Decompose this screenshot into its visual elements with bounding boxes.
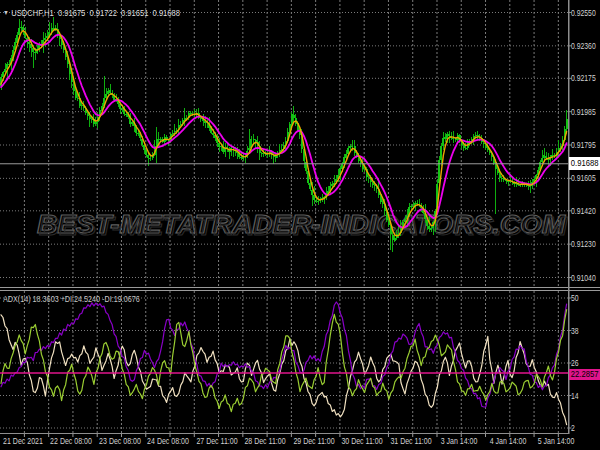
candle-body xyxy=(499,173,501,178)
candle-body xyxy=(34,52,36,53)
price-label: 0.91985 xyxy=(571,107,596,117)
indicator-label: 50 xyxy=(571,293,579,303)
candle-body xyxy=(55,28,57,29)
candle-body xyxy=(81,105,83,106)
candle-body xyxy=(172,133,174,134)
price-label: 0.91040 xyxy=(571,273,596,283)
candle-body xyxy=(309,183,311,189)
candle-body xyxy=(53,28,55,29)
candle-body xyxy=(105,94,107,98)
price-label: 0.91795 xyxy=(571,140,596,150)
candle-body xyxy=(410,206,412,207)
candle-body xyxy=(44,38,46,40)
time-label: 30 Dec 11:00 xyxy=(342,436,383,446)
candle-body xyxy=(147,155,149,158)
candle-body xyxy=(440,146,442,160)
candle-body xyxy=(137,133,139,134)
time-label: 31 Dec 11:00 xyxy=(390,436,431,446)
price-label: 0.92550 xyxy=(571,8,596,18)
candle-body xyxy=(444,137,446,138)
watermark-shadow: BEST-METATRADER-INDICATORS.COM xyxy=(39,211,568,241)
chart-title: ▼USDCHF,H10.916750.917220.916510.91688 xyxy=(3,8,180,18)
candle-body xyxy=(442,138,444,147)
chart-canvas[interactable]: BEST-METATRADER-INDICATORS.COMBEST-METAT… xyxy=(0,0,600,450)
time-label: 29 Dec 11:00 xyxy=(293,436,334,446)
candle-body xyxy=(475,135,477,136)
time-label: 5 Jan 14:00 xyxy=(538,436,575,446)
candle-body xyxy=(91,119,93,120)
time-label: 4 Jan 14:00 xyxy=(490,436,527,446)
candle-body xyxy=(107,91,109,94)
candle-body xyxy=(160,139,162,140)
candle-body xyxy=(501,178,503,179)
time-label: 28 Dec 11:00 xyxy=(245,436,286,446)
time-label: 27 Dec 11:00 xyxy=(196,436,237,446)
candle-body xyxy=(242,157,244,158)
candle-body xyxy=(529,186,531,187)
candle-body xyxy=(331,184,333,186)
price-label: 0.92175 xyxy=(571,73,596,83)
candle-body xyxy=(158,139,160,140)
candle-body xyxy=(20,27,22,28)
candle-body xyxy=(349,146,351,148)
ma-slow-line xyxy=(1,35,567,228)
current-price-badge: 0.91688 xyxy=(569,157,600,170)
candle-body xyxy=(374,185,376,186)
mt4-chart-window: BEST-METATRADER-INDICATORS.COMBEST-METAT… xyxy=(0,0,600,450)
indicator-label: 38 xyxy=(571,326,579,336)
price-label: 0.91230 xyxy=(571,239,596,249)
candle-body xyxy=(95,122,97,124)
price-label: 0.92360 xyxy=(571,41,596,51)
indicator-title: ADX(14) 18.3603 +DI:24.5240 -DI:19.0676 xyxy=(3,294,140,304)
candle-body xyxy=(18,28,20,36)
candle-body xyxy=(263,153,265,154)
candle-body xyxy=(255,140,257,141)
candle-body xyxy=(253,139,255,140)
candle-body xyxy=(465,148,467,149)
candle-body xyxy=(75,91,77,98)
ohlc-open: 0.91675 xyxy=(58,8,85,18)
candle-body xyxy=(428,226,430,229)
ohlc-low: 0.91651 xyxy=(121,8,148,18)
candle-body xyxy=(543,155,545,158)
candle-body xyxy=(392,235,394,241)
candle-body xyxy=(77,98,79,99)
indicator-level-badge: 22.2857 xyxy=(569,369,600,380)
candle-body xyxy=(240,157,242,158)
price-label: 0.91420 xyxy=(571,206,596,216)
minus-di-line xyxy=(1,315,567,425)
candle-body xyxy=(174,131,176,132)
ohlc-close: 0.91688 xyxy=(153,8,180,18)
candle-body xyxy=(519,185,521,186)
candle-body xyxy=(372,182,374,185)
candle-body xyxy=(212,133,214,135)
candle-body xyxy=(507,181,509,182)
candle-body xyxy=(368,177,370,178)
candle-body xyxy=(430,228,432,230)
candle-body xyxy=(4,69,6,71)
symbol-period: USDCHF,H1 xyxy=(11,8,53,18)
indicator-label: 14 xyxy=(571,391,579,401)
collapse-icon[interactable]: ▼ xyxy=(3,9,9,16)
time-label: 23 Dec 08:00 xyxy=(99,436,141,446)
candle-body xyxy=(313,195,315,199)
time-label: 21 Dec 2021 xyxy=(3,436,43,446)
candle-body xyxy=(394,238,396,240)
time-label: 22 Dec 08:00 xyxy=(50,436,92,446)
time-label: 3 Jan 14:00 xyxy=(441,436,478,446)
candle-body xyxy=(218,143,220,147)
indicator-label: 2 xyxy=(571,423,575,433)
time-label: 24 Dec 08:00 xyxy=(147,436,189,446)
candle-body xyxy=(190,113,192,114)
candle-body xyxy=(351,146,353,147)
price-label: 0.91605 xyxy=(571,173,596,183)
candle-body xyxy=(261,153,263,154)
candle-body xyxy=(315,200,317,201)
candle-body xyxy=(483,143,485,144)
candle-body xyxy=(541,158,543,162)
candle-body xyxy=(566,119,568,129)
candle-body xyxy=(293,115,295,119)
ma-fast-line xyxy=(1,29,567,236)
candle-body xyxy=(317,201,319,202)
candle-body xyxy=(125,114,127,115)
